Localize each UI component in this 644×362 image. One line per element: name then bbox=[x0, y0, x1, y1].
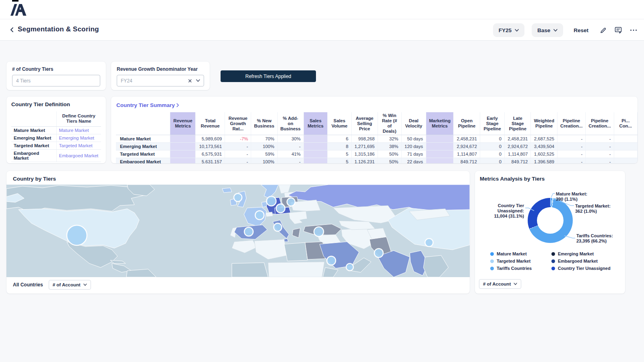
summary-cell[interactable] bbox=[426, 158, 453, 164]
summary-cell[interactable]: 2,924,672 bbox=[505, 143, 531, 150]
summary-cell[interactable]: 50% bbox=[378, 150, 401, 158]
summary-cell[interactable]: - bbox=[586, 158, 614, 164]
summary-cell[interactable]: 120 days bbox=[401, 143, 426, 150]
summary-column-header[interactable]: Marketing Metrics bbox=[426, 112, 453, 135]
summary-cell[interactable]: 22 days bbox=[401, 158, 426, 164]
summary-cell[interactable]: 0 bbox=[480, 135, 504, 143]
summary-cell[interactable] bbox=[303, 150, 327, 158]
legend-item[interactable]: Targeted Market bbox=[490, 259, 551, 263]
summary-cell[interactable]: - bbox=[557, 135, 586, 143]
summary-cell[interactable]: 5,631,157 bbox=[196, 158, 225, 164]
summary-cell[interactable]: 3,439,504 bbox=[531, 143, 557, 150]
summary-cell[interactable]: 6,575,931 bbox=[196, 150, 225, 158]
summary-cell[interactable]: 59% bbox=[251, 150, 277, 158]
tier-name-link[interactable]: Mature Market bbox=[59, 128, 89, 133]
summary-cell[interactable]: - bbox=[557, 158, 586, 164]
summary-cell[interactable]: -7% bbox=[225, 135, 251, 143]
summary-cell[interactable] bbox=[426, 143, 453, 150]
version-selector[interactable]: Base bbox=[532, 23, 563, 37]
summary-cell[interactable]: 2,458,231 bbox=[454, 135, 480, 143]
summary-column-header[interactable]: Revenue Growth Rat... bbox=[225, 112, 251, 135]
summary-column-header[interactable]: Early Stage Pipeline bbox=[480, 112, 504, 135]
tier-name-link[interactable]: Embargoed Market bbox=[59, 153, 99, 158]
summary-column-header[interactable]: Pipeline Creation... bbox=[557, 112, 586, 135]
summary-column-header[interactable]: Weighted Pipeline bbox=[531, 112, 557, 135]
summary-title-link[interactable]: Country Tier Summary bbox=[116, 102, 179, 108]
summary-cell[interactable]: 50 days bbox=[401, 135, 426, 143]
summary-cell[interactable]: 38% bbox=[378, 143, 401, 150]
edit-button[interactable] bbox=[599, 26, 607, 34]
back-button[interactable] bbox=[9, 27, 15, 33]
summary-cell[interactable] bbox=[614, 143, 637, 150]
summary-column-header[interactable]: Average Selling Price bbox=[351, 112, 378, 135]
tier-name-link[interactable]: Emerging Market bbox=[59, 136, 95, 140]
summary-cell[interactable]: 849,712 bbox=[505, 158, 531, 164]
summary-cell[interactable]: 100% bbox=[251, 158, 277, 164]
summary-cell[interactable]: 1,602,525 bbox=[531, 150, 557, 158]
legend-item[interactable]: Mature Market bbox=[490, 251, 551, 256]
legend-item[interactable]: Embargoed Market bbox=[551, 259, 611, 263]
summary-column-header[interactable]: Deal Velocity bbox=[401, 112, 426, 135]
summary-cell[interactable]: 8 bbox=[328, 143, 352, 150]
summary-cell[interactable]: 50% bbox=[378, 158, 401, 164]
summary-cell[interactable]: 998,268 bbox=[351, 135, 378, 143]
summary-column-header[interactable]: Total Revenue bbox=[196, 112, 225, 135]
summary-cell[interactable] bbox=[170, 158, 196, 164]
map-bubble[interactable] bbox=[234, 193, 242, 202]
summary-cell[interactable]: 1,271,695 bbox=[351, 143, 378, 150]
clear-icon[interactable] bbox=[188, 79, 192, 83]
map-bubble[interactable] bbox=[374, 249, 383, 257]
summary-cell[interactable]: 0 bbox=[480, 143, 504, 150]
all-countries-tab[interactable]: All Countries bbox=[13, 282, 43, 288]
map-bubble[interactable] bbox=[274, 223, 282, 231]
map-bubble[interactable] bbox=[276, 204, 285, 213]
summary-cell[interactable]: 100% bbox=[251, 143, 277, 150]
summary-cell[interactable]: - bbox=[557, 150, 586, 158]
comments-button[interactable] bbox=[614, 26, 622, 34]
map-bubble[interactable] bbox=[244, 227, 253, 236]
summary-column-header[interactable]: Revenue Metrics bbox=[170, 112, 196, 135]
summary-cell[interactable]: 2,687,525 bbox=[531, 135, 557, 143]
map-bubble[interactable] bbox=[327, 256, 336, 265]
legend-item[interactable]: Emerging Market bbox=[551, 251, 611, 256]
country-tiers-input[interactable] bbox=[12, 75, 100, 86]
world-map[interactable] bbox=[6, 185, 470, 277]
summary-cell[interactable]: 32% bbox=[378, 135, 401, 143]
summary-column-header[interactable]: % New Business bbox=[251, 112, 277, 135]
summary-cell[interactable]: 70% bbox=[251, 135, 277, 143]
refresh-tiers-button[interactable]: Refresh Tiers Applied bbox=[221, 70, 316, 82]
summary-cell[interactable]: 0 bbox=[480, 150, 504, 158]
summary-cell[interactable]: - bbox=[557, 143, 586, 150]
chevron-down-icon[interactable] bbox=[196, 79, 200, 82]
summary-cell[interactable]: - bbox=[586, 143, 614, 150]
summary-cell[interactable]: - bbox=[586, 135, 614, 143]
map-bubble[interactable] bbox=[287, 198, 295, 206]
summary-column-header[interactable]: Pi... Con... bbox=[614, 112, 637, 135]
summary-cell[interactable]: 2,458,231 bbox=[505, 135, 531, 143]
map-bubble[interactable] bbox=[314, 227, 324, 237]
period-selector[interactable]: FY25 bbox=[493, 23, 524, 37]
summary-cell[interactable]: 5,989,609 bbox=[196, 135, 225, 143]
summary-cell[interactable]: - bbox=[225, 158, 251, 164]
summary-cell[interactable]: 5 bbox=[328, 158, 352, 164]
map-bubble[interactable] bbox=[425, 239, 433, 247]
summary-cell[interactable]: 41% bbox=[277, 150, 303, 158]
summary-column-header[interactable]: Sales Metrics bbox=[303, 112, 327, 135]
summary-cell[interactable] bbox=[614, 158, 637, 164]
summary-cell[interactable]: 1,126,231 bbox=[351, 158, 378, 164]
summary-cell[interactable] bbox=[614, 135, 637, 143]
legend-item[interactable]: Country Tier Unassigned bbox=[551, 266, 611, 271]
summary-cell[interactable] bbox=[170, 150, 196, 158]
summary-cell[interactable]: 1,315,186 bbox=[351, 150, 378, 158]
summary-cell[interactable]: 1,396,589 bbox=[531, 158, 557, 164]
summary-cell[interactable]: 1,114,807 bbox=[505, 150, 531, 158]
summary-cell[interactable] bbox=[170, 143, 196, 150]
summary-cell[interactable] bbox=[170, 135, 196, 143]
summary-column-header[interactable]: % Win Rate (# of Deals) bbox=[378, 112, 401, 135]
summary-cell[interactable]: - bbox=[277, 143, 303, 150]
summary-cell[interactable]: 0 bbox=[480, 158, 504, 164]
more-options-button[interactable] bbox=[630, 26, 638, 34]
summary-cell[interactable]: 6 bbox=[328, 135, 352, 143]
map-bubble[interactable] bbox=[255, 211, 264, 220]
summary-cell[interactable] bbox=[614, 150, 637, 158]
